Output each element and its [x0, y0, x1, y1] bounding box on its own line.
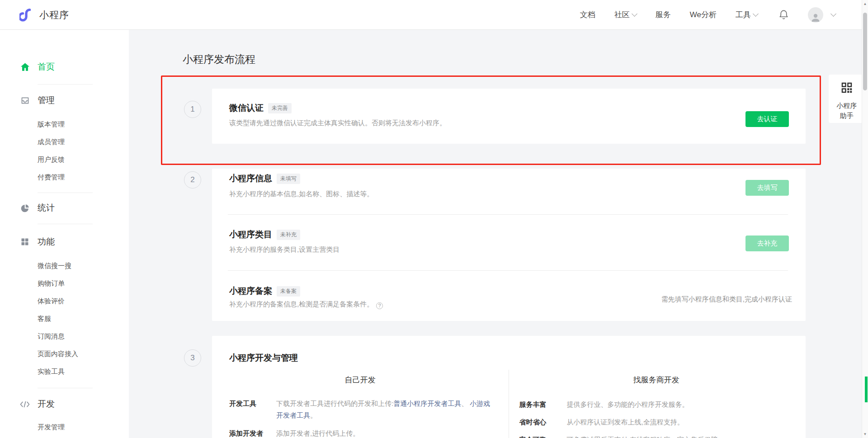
sidebar-item-paid-management[interactable]: 付费管理 — [0, 169, 129, 186]
row-text: 添加开发者,进行代码上传。 — [276, 428, 359, 438]
nav-tools[interactable]: 工具 — [736, 9, 758, 20]
pie-chart-icon — [19, 203, 30, 213]
row-text: 下载开发者工具进行代码的开发和上传:普通小程序开发者工具、 小游戏开发者工具。 — [276, 398, 495, 421]
status-badge: 未完善 — [268, 103, 292, 113]
divider — [38, 193, 93, 193]
sidebar-group-label: 统计 — [38, 202, 55, 214]
sidebar-sublist-development: 开发管理 — [0, 419, 129, 436]
scrollbar-up-arrow-icon[interactable]: ▲ — [862, 2, 868, 6]
sidebar-item-wechat-search[interactable]: 微信搜一搜 — [0, 257, 129, 275]
scrollbar-green-marker — [865, 377, 868, 402]
sidebar-item-version-management[interactable]: 版本管理 — [0, 116, 129, 133]
chevron-down-icon — [753, 11, 759, 17]
sidebar-item-page-content-access[interactable]: 页面内容接入 — [0, 345, 129, 363]
sidebar: 首页 管理 版本管理 成员管理 用户反馈 付费管理 统计 — [0, 30, 129, 438]
miniprogram-info-row: 小程序信息 未填写 补充小程序的基本信息,如名称、图标、描述等。 去填写 — [212, 169, 806, 214]
row-label: 服务丰富 — [519, 399, 567, 410]
page-title: 小程序发布流程 — [183, 52, 255, 66]
sidebar-item-experience-rating[interactable]: 体验评价 — [0, 292, 129, 310]
row-title: 小程序类目 — [229, 229, 272, 240]
status-badge: 未备案 — [277, 286, 300, 297]
sidebar-group-label: 功能 — [38, 236, 55, 248]
step1-number: 1 — [184, 101, 201, 118]
divider — [38, 224, 93, 224]
sidebar-item-label: 首页 — [38, 61, 55, 73]
scrollbar-down-arrow-icon[interactable]: ▼ — [862, 432, 868, 436]
step2-card: 小程序信息 未填写 补充小程序的基本信息,如名称、图标、描述等。 去填写 小程序… — [212, 169, 806, 321]
rich-services-row: 服务丰富 提供多行业、多功能的小程序开发服务。 — [519, 399, 794, 410]
row-description: 补充小程序的备案信息,检测是否满足备案条件。? — [229, 300, 383, 309]
row-label: 省时省心 — [519, 416, 567, 428]
nav-we-analytics[interactable]: We分析 — [690, 9, 717, 20]
sidebar-item-customer-service[interactable]: 客服 — [0, 310, 129, 328]
sidebar-item-development-management[interactable]: 开发管理 — [0, 419, 129, 436]
row-title: 小程序信息 — [229, 173, 272, 184]
qr-code-icon — [840, 81, 854, 96]
sidebar-sublist-features: 微信搜一搜 购物订单 体验评价 客服 订阅消息 页面内容接入 实验工具 — [0, 257, 129, 381]
row-label: 开发工具 — [229, 398, 276, 421]
nav-services[interactable]: 服务 — [656, 9, 671, 20]
row-description: 补充小程序的基本信息,如名称、图标、描述等。 — [229, 190, 373, 198]
time-saving-row: 省时省心 从小程序认证到发布上线,全流程支持。 — [519, 416, 794, 428]
sidebar-group-label: 开发 — [38, 398, 55, 410]
sidebar-group-statistics[interactable]: 统计 — [0, 199, 129, 217]
dev-tools-row: 开发工具 下载开发者工具进行代码的开发和上传:普通小程序开发者工具、 小游戏开发… — [229, 398, 495, 421]
normal-devtools-link[interactable]: 普通小程序开发者工具 — [393, 400, 461, 407]
avatar[interactable] — [808, 7, 823, 23]
miniprogram-logo-icon — [19, 8, 34, 22]
help-icon[interactable]: ? — [376, 302, 383, 309]
divider — [38, 388, 93, 388]
grid-icon — [19, 236, 30, 247]
notification-bell-icon[interactable] — [778, 9, 789, 20]
sidebar-group-features[interactable]: 功能 — [0, 233, 129, 251]
top-nav: 文档 社区 服务 We分析 工具 — [580, 7, 835, 23]
sidebar-group-development[interactable]: 开发 — [0, 395, 129, 413]
miniprogram-assistant-widget[interactable]: 小程序助手 — [829, 75, 862, 123]
step3-title: 小程序开发与管理 — [229, 352, 298, 364]
sidebar-item-subscribe-messages[interactable]: 订阅消息 — [0, 328, 129, 345]
top-header: 小程序 文档 社区 服务 We分析 工具 — [0, 0, 862, 30]
assistant-label: 小程序助手 — [837, 101, 857, 121]
scrollbar-thumb[interactable] — [863, 13, 867, 90]
row-label: 添加开发者 — [229, 428, 276, 438]
nav-community[interactable]: 社区 — [614, 9, 637, 20]
sidebar-item-shopping-orders[interactable]: 购物订单 — [0, 275, 129, 292]
sidebar-item-member-management[interactable]: 成员管理 — [0, 133, 129, 151]
sidebar-item-user-feedback[interactable]: 用户反馈 — [0, 151, 129, 169]
prerequisite-note: 需先填写小程序信息和类目,完成小程序认证 — [661, 295, 792, 304]
vertical-scrollbar[interactable]: ▲ ▼ — [862, 0, 868, 438]
go-supplement-button[interactable]: 去补充 — [745, 235, 789, 251]
sidebar-group-label: 管理 — [38, 94, 55, 106]
account-chevron-down-icon[interactable] — [830, 11, 836, 17]
step3-card: 小程序开发与管理 自己开发 开发工具 下载开发者工具进行代码的开发和上传:普通小… — [212, 336, 806, 438]
nav-docs[interactable]: 文档 — [580, 9, 595, 20]
miniprogram-icp-row: 小程序备案 未备案 补充小程序的备案信息,检测是否满足备案条件。? 需先填写小程… — [212, 271, 806, 322]
row-text: 可免费试用后再支付,在线客服响应、官方售后保障 — [567, 434, 718, 438]
sidebar-item-experiment-tools[interactable]: 实验工具 — [0, 363, 129, 381]
divider — [38, 84, 93, 85]
self-development-column: 自己开发 开发工具 下载开发者工具进行代码的开发和上传:普通小程序开发者工具、 … — [212, 370, 509, 438]
row-description: 补充小程序的服务类目,设置主营类目 — [229, 245, 340, 254]
step1-description: 该类型请先通过微信认证完成主体真实性确认。否则将无法发布小程序。 — [229, 119, 446, 127]
row-text: 提供多行业、多功能的小程序开发服务。 — [567, 399, 689, 410]
logo: 小程序 — [19, 8, 69, 22]
go-verify-button[interactable]: 去认证 — [745, 111, 789, 127]
sidebar-group-manage[interactable]: 管理 — [0, 91, 129, 109]
step2-number: 2 — [184, 171, 201, 188]
logo-text: 小程序 — [39, 9, 69, 21]
safe-reliable-row: 安全可靠 可免费试用后再支付,在线客服响应、官方售后保障 — [519, 434, 794, 438]
row-label: 安全可靠 — [519, 434, 567, 438]
status-badge: 未补充 — [277, 230, 300, 240]
go-fill-button[interactable]: 去填写 — [745, 180, 789, 196]
service-provider-column: 找服务商开发 服务丰富 提供多行业、多功能的小程序开发服务。 省时省心 从小程序… — [509, 370, 806, 438]
sidebar-item-home[interactable]: 首页 — [0, 58, 129, 76]
inbox-icon — [19, 95, 30, 106]
column-header: 自己开发 — [226, 375, 495, 385]
miniprogram-category-row: 小程序类目 未补充 补充小程序的服务类目,设置主营类目 去补充 — [212, 215, 806, 270]
step1-title: 微信认证 — [229, 102, 264, 114]
home-icon — [19, 61, 30, 72]
sidebar-sublist-manage: 版本管理 成员管理 用户反馈 付费管理 — [0, 116, 129, 186]
step1-card: 微信认证 未完善 该类型请先通过微信认证完成主体真实性确认。否则将无法发布小程序… — [212, 89, 806, 144]
code-icon — [19, 399, 30, 410]
page: 小程序 文档 社区 服务 We分析 工具 — [0, 0, 868, 438]
